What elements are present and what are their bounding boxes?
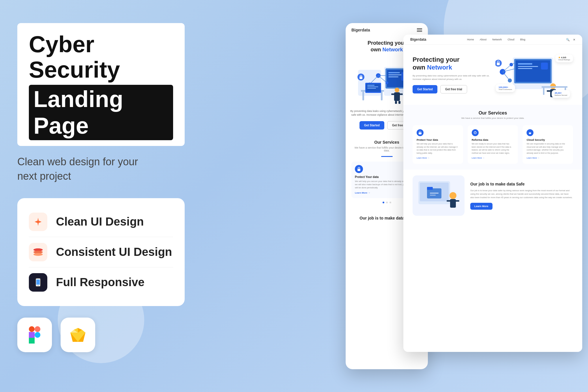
svg-rect-8 bbox=[29, 332, 35, 338]
desktop-hero-title: Protecting your own Network bbox=[413, 56, 493, 71]
svg-rect-36 bbox=[399, 93, 403, 95]
svg-rect-23 bbox=[388, 72, 400, 73]
svg-rect-10 bbox=[29, 338, 35, 344]
desktop-nav: Bigerdata Home About Network Cloud Blog … bbox=[403, 35, 582, 45]
services-divider bbox=[381, 156, 393, 157]
svg-rect-4 bbox=[36, 280, 40, 285]
service-title-1: Protect Your data bbox=[417, 138, 459, 141]
service-desc-2: We are ready to secure your data that ha… bbox=[472, 142, 514, 155]
svg-rect-67 bbox=[547, 90, 551, 92]
feature-responsive: Full Responsive bbox=[29, 267, 173, 297]
consistent-ui-label: Consistent UI Design bbox=[56, 245, 172, 258]
left-panel: Cyber Security Landing Page Clean web de… bbox=[17, 23, 185, 352]
desktop-service-card-2: Reforma data We are ready to secure your… bbox=[468, 125, 518, 164]
desktop-hero-desc: By presenting data loss using cybernetwo… bbox=[413, 74, 493, 81]
clean-ui-icon bbox=[29, 213, 47, 231]
service-desc-1: We will help you secure your data that i… bbox=[417, 142, 459, 155]
svg-rect-50 bbox=[357, 169, 360, 171]
stats-badge-nations: 45,00+ Nations Served bbox=[552, 90, 570, 98]
desktop-hero: Protecting your own Network By presentin… bbox=[403, 45, 582, 105]
svg-rect-83 bbox=[430, 193, 439, 194]
desktop-hero-buttons: Get Started Get free trial bbox=[413, 85, 493, 93]
mobile-learn-more[interactable]: Learn More → bbox=[355, 192, 370, 194]
svg-rect-78 bbox=[529, 133, 531, 134]
hamburger-menu bbox=[417, 28, 422, 32]
svg-rect-54 bbox=[518, 63, 532, 65]
desktop-brand: Bigerdata bbox=[410, 37, 426, 42]
svg-rect-45 bbox=[367, 87, 378, 87]
consistent-ui-icon bbox=[29, 243, 47, 261]
service-learn-2[interactable]: Learn More → bbox=[472, 157, 485, 159]
close-icon[interactable]: ✕ bbox=[573, 38, 575, 41]
search-icon[interactable]: 🔍 bbox=[566, 38, 570, 41]
desktop-services-title: Our Services bbox=[413, 110, 573, 116]
desktop-service-card-1: Protect Your data We will help you secur… bbox=[413, 125, 463, 164]
svg-point-85 bbox=[450, 192, 456, 199]
title-line1: Cyber Security bbox=[29, 32, 173, 82]
title-block: Cyber Security Landing Page bbox=[17, 23, 185, 146]
desktop-learn-more-btn[interactable]: Learn More bbox=[470, 203, 493, 210]
svg-rect-57 bbox=[541, 63, 548, 70]
right-panel: Bigerdata Protecting your own Network bbox=[346, 17, 582, 375]
dot-2 bbox=[386, 202, 388, 203]
svg-rect-86 bbox=[450, 199, 456, 208]
svg-rect-74 bbox=[497, 63, 500, 65]
stats-badge-customers: 100,000+ Total Customers bbox=[496, 84, 515, 92]
svg-rect-7 bbox=[35, 326, 40, 332]
desktop-services: Our Services We have a service that fulf… bbox=[403, 105, 582, 170]
nav-home: Home bbox=[467, 38, 474, 41]
svg-line-61 bbox=[503, 72, 510, 80]
svg-rect-40 bbox=[362, 92, 364, 100]
svg-rect-71 bbox=[543, 88, 544, 95]
service-learn-1[interactable]: Learn More → bbox=[417, 157, 430, 159]
desktop-get-started-btn[interactable]: Get Started bbox=[413, 85, 437, 93]
service-card-icon bbox=[355, 165, 363, 173]
service-title-3: Cloud Security bbox=[527, 138, 569, 141]
stats-badge-rating: ★ 4.9/5 Cloud Ratings bbox=[555, 55, 573, 62]
service-icon-1 bbox=[417, 129, 424, 136]
desktop-free-trial-btn[interactable]: Get free trial bbox=[440, 85, 467, 93]
desktop-safe-text: Our job is to make data Safe Our job is … bbox=[470, 181, 573, 210]
tool-icons bbox=[17, 318, 185, 352]
nav-about: About bbox=[480, 38, 487, 41]
svg-rect-37 bbox=[395, 101, 397, 104]
responsive-icon bbox=[29, 273, 47, 292]
svg-rect-6 bbox=[29, 326, 35, 332]
svg-point-2 bbox=[33, 253, 43, 256]
desktop-service-card-3: Cloud Security We are responsible in sec… bbox=[523, 125, 573, 164]
subtitle: Clean web design for yournext project bbox=[17, 155, 185, 184]
feature-consistent-ui: Consistent UI Design bbox=[29, 237, 173, 267]
svg-rect-82 bbox=[427, 187, 433, 190]
desktop-safe-title: Our job is to make data Safe bbox=[470, 181, 573, 187]
svg-rect-35 bbox=[391, 93, 395, 95]
svg-rect-56 bbox=[518, 68, 532, 69]
service-learn-3[interactable]: Learn More → bbox=[527, 157, 540, 159]
service-title-2: Reforma data bbox=[472, 138, 514, 141]
clean-ui-label: Clean UI Design bbox=[56, 215, 144, 228]
svg-rect-88 bbox=[455, 200, 459, 202]
mobile-brand: Bigerdata bbox=[351, 28, 370, 32]
figma-tool-icon bbox=[17, 318, 52, 352]
svg-point-5 bbox=[38, 285, 39, 286]
svg-point-33 bbox=[395, 88, 399, 92]
desktop-nav-links: Home About Network Cloud Blog bbox=[467, 38, 525, 41]
title-line2: Landing Page bbox=[29, 85, 173, 140]
desktop-safe-desc: Our job is to know your data safer by do… bbox=[470, 189, 573, 199]
desktop-safe-image bbox=[413, 175, 465, 216]
nav-blog: Blog bbox=[520, 38, 525, 41]
feature-clean-ui: Clean UI Design bbox=[29, 207, 173, 237]
desktop-safe-section: Our job is to make data Safe Our job is … bbox=[403, 170, 582, 222]
mobile-get-started-btn[interactable]: Get Started bbox=[359, 121, 384, 130]
desktop-mockup: Bigerdata Home About Network Cloud Blog … bbox=[403, 35, 582, 352]
svg-rect-46 bbox=[367, 88, 376, 89]
svg-rect-75 bbox=[419, 132, 422, 134]
features-card: Clean UI Design Consistent UI Design bbox=[17, 198, 185, 306]
svg-rect-44 bbox=[367, 85, 374, 86]
desktop-service-grid: Protect Your data We will help you secur… bbox=[413, 125, 573, 164]
dot-1 bbox=[383, 202, 384, 203]
desktop-hero-text: Protecting your own Network By presentin… bbox=[413, 56, 493, 93]
responsive-label: Full Responsive bbox=[56, 276, 145, 289]
desktop-services-subtitle: We have a service that fulfills your des… bbox=[413, 117, 573, 119]
svg-rect-55 bbox=[518, 66, 538, 67]
desktop-hero-image: ★ 4.9/5 Cloud Ratings 100,000+ Total Cus… bbox=[493, 52, 573, 98]
